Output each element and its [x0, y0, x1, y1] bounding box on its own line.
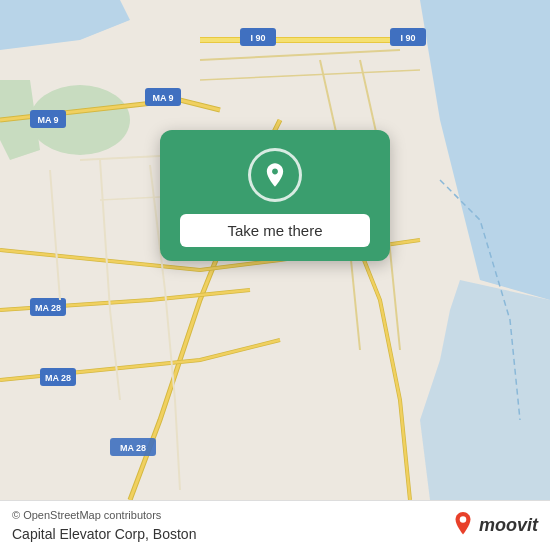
bottom-bar: © OpenStreetMap contributors Capital Ele… — [0, 500, 550, 550]
svg-point-16 — [460, 516, 467, 523]
svg-text:MA 28: MA 28 — [35, 303, 61, 313]
location-card: Take me there — [160, 130, 390, 261]
svg-text:MA 9: MA 9 — [152, 93, 173, 103]
moovit-pin-icon — [451, 512, 475, 540]
svg-text:MA 28: MA 28 — [45, 373, 71, 383]
svg-text:I 90: I 90 — [250, 33, 265, 43]
moovit-brand-text: moovit — [479, 515, 538, 536]
copyright-text: © OpenStreetMap contributors — [12, 509, 161, 521]
svg-text:MA 9: MA 9 — [37, 115, 58, 125]
pin-icon — [248, 148, 302, 202]
svg-text:MA 28: MA 28 — [120, 443, 146, 453]
location-label: Capital Elevator Corp, Boston — [12, 526, 196, 542]
pin-svg — [261, 161, 289, 189]
svg-text:I 90: I 90 — [400, 33, 415, 43]
moovit-logo: moovit — [451, 512, 538, 540]
take-me-there-button[interactable]: Take me there — [180, 214, 370, 247]
map-view: I 90 I 90 MA 9 MA 9 MA 28 MA 28 — [0, 0, 550, 500]
